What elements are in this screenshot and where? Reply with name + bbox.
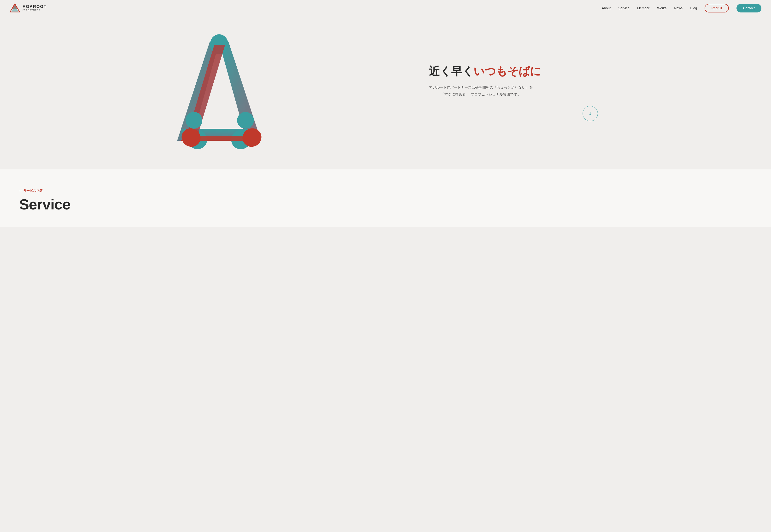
- site-header: AGAROOT IT PARTNERS About Service Member…: [0, 0, 771, 16]
- service-section-label: サービス内容: [19, 189, 752, 193]
- hero-title: 近く早くいつもそばに: [429, 64, 541, 79]
- svg-point-11: [185, 112, 202, 129]
- svg-point-12: [237, 112, 254, 129]
- logo-icon: [10, 3, 20, 13]
- main-nav: About Service Member Works News Blog Rec…: [602, 4, 761, 12]
- logo[interactable]: AGAROOT IT PARTNERS: [10, 3, 47, 13]
- hero-title-accent: いつもそばに: [474, 65, 541, 77]
- service-section-title: Service: [19, 196, 752, 213]
- nav-service[interactable]: Service: [618, 6, 630, 10]
- recruit-button[interactable]: Recruit: [705, 4, 729, 12]
- nav-member[interactable]: Member: [637, 6, 650, 10]
- hero-section: 近く早くいつもそばに アガルートITパートナーズは受託開発の「ちょっと足りない」…: [0, 0, 771, 169]
- nav-works[interactable]: Works: [657, 6, 667, 10]
- logo-name: AGAROOT: [23, 5, 47, 9]
- hero-graphic: [0, 16, 424, 169]
- hero-triangle-graphic: [157, 30, 281, 155]
- hero-title-normal: 近く早く: [429, 65, 474, 77]
- service-section: サービス内容 Service: [0, 169, 771, 227]
- nav-blog[interactable]: Blog: [690, 6, 697, 10]
- nav-news[interactable]: News: [674, 6, 683, 10]
- logo-sub: IT PARTNERS: [23, 9, 47, 12]
- scroll-down-button[interactable]: [583, 106, 598, 121]
- chevron-down-icon: [588, 111, 593, 116]
- hero-content: 近く早くいつもそばに アガルートITパートナーズは受託開発の「ちょっと足りない」…: [424, 55, 771, 131]
- nav-about[interactable]: About: [602, 6, 611, 10]
- contact-button[interactable]: Contact: [736, 4, 761, 12]
- hero-description: アガルートITパートナーズは受託開発の「ちょっと足りない」を 「すぐに埋める」 …: [429, 84, 533, 98]
